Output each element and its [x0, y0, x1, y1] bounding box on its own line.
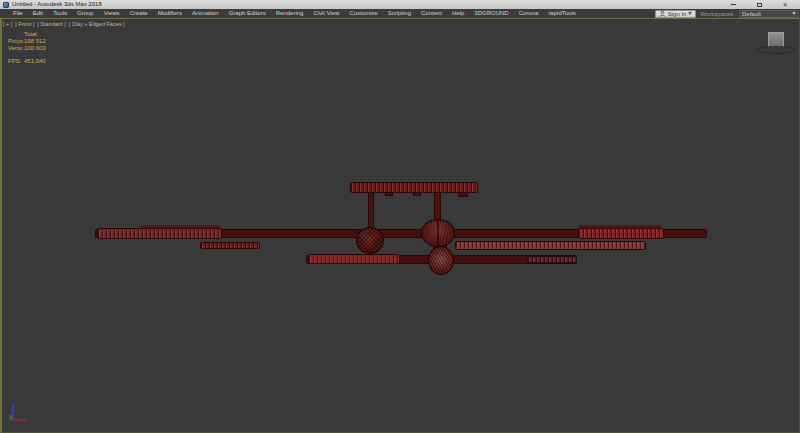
polys-label: Polys: — [8, 38, 24, 45]
fps-label: FPS: — [8, 58, 24, 65]
close-button[interactable]: ✕ — [778, 0, 792, 9]
menu-create[interactable]: Create — [125, 9, 153, 18]
menu-customize[interactable]: Customize — [344, 9, 382, 18]
viewport-label: [ + ] [ Front ] [ Standard ] [ Clay + Ed… — [3, 21, 125, 27]
menu-content[interactable]: Content — [416, 9, 447, 18]
menu-file[interactable]: File — [8, 9, 28, 18]
menu-tools[interactable]: Tools — [48, 9, 72, 18]
workspace-dropdown[interactable]: Default — [739, 10, 799, 18]
menu-views[interactable]: Views — [99, 9, 125, 18]
chevron-down-icon — [688, 12, 692, 15]
restore-icon — [757, 3, 762, 7]
menu-scripting[interactable]: Scripting — [383, 9, 416, 18]
sign-in-button[interactable]: Sign In — [655, 10, 697, 18]
model-top-wing-tab-2 — [413, 192, 421, 196]
viewport-menu-general[interactable]: [ + ] — [3, 21, 12, 27]
model-wing-rib-left — [97, 228, 222, 239]
model-strut-left — [368, 191, 374, 231]
model-top-wing-tab-1 — [385, 192, 393, 196]
stats-fps-row: FPS: 451,040 — [8, 58, 46, 65]
workspace-value: Default — [742, 10, 761, 18]
model-engine-center-lower — [428, 246, 454, 275]
model-top-wing-tab-3 — [458, 192, 468, 197]
fps-value: 451,040 — [24, 58, 46, 65]
model-strut-right — [434, 191, 441, 222]
stats-total-header: Total — [24, 31, 46, 38]
model-lower-wing-rib-left — [308, 254, 400, 264]
workspaces-label: Workspaces: — [700, 11, 735, 17]
3ds-max-app-icon — [3, 2, 9, 8]
user-icon — [659, 10, 666, 17]
stats-verts-row: Verts: 100 603 — [8, 45, 46, 52]
viewport-menu-shading[interactable]: [ Clay + Edged Faces ] — [69, 21, 125, 27]
statistics-overlay: Total Polys: 198 912 Verts: 100 603 FPS:… — [8, 31, 46, 65]
model-lower-wing-rib-right — [527, 256, 577, 263]
window-title: Untitled - Autodesk 3ds Max 2018 — [12, 0, 102, 9]
verts-label: Verts: — [8, 45, 24, 52]
restore-button[interactable] — [752, 0, 766, 9]
polys-value: 198 912 — [24, 38, 46, 45]
menu-rendering[interactable]: Rendering — [271, 9, 309, 18]
sign-in-label: Sign In — [668, 10, 687, 18]
model-engine-center-upper — [421, 219, 455, 247]
menu-edit[interactable]: Edit — [28, 9, 48, 18]
menu-rapidtools[interactable]: rapidTools — [543, 9, 580, 18]
model-engine-left — [356, 227, 384, 254]
menu-corona[interactable]: Corona — [514, 9, 544, 18]
chevron-down-icon — [792, 12, 796, 15]
model-mid-bar-left — [200, 242, 260, 249]
stats-polys-row: Polys: 198 912 — [8, 38, 46, 45]
viewport-menu-pov[interactable]: [ Front ] — [15, 21, 34, 27]
menu-civil-view[interactable]: Civil View — [308, 9, 344, 18]
menu-group[interactable]: Group — [72, 9, 99, 18]
close-icon: ✕ — [782, 2, 787, 8]
menu-3dground[interactable]: 3DGROUND — [469, 9, 513, 18]
title-bar: Untitled - Autodesk 3ds Max 2018 — [0, 0, 800, 9]
verts-value: 100 603 — [24, 45, 46, 52]
menu-graph-editors[interactable]: Graph Editors — [224, 9, 271, 18]
viewcube[interactable] — [768, 32, 784, 47]
menu-bar: File Edit Tools Group Views Create Modif… — [0, 9, 800, 18]
menu-modifiers[interactable]: Modifiers — [153, 9, 187, 18]
menu-help[interactable]: Help — [447, 9, 469, 18]
viewcube-compass-ring — [756, 46, 796, 54]
axis-x-icon — [12, 419, 26, 421]
model-mid-bar-right — [455, 241, 646, 250]
model-wing-rib-right — [578, 228, 664, 239]
viewport-menu-renderer[interactable]: [ Standard ] — [37, 21, 65, 27]
viewport-front[interactable]: [ + ] [ Front ] [ Standard ] [ Clay + Ed… — [0, 18, 800, 433]
axis-y-icon — [9, 415, 12, 420]
minimize-button[interactable] — [726, 0, 740, 9]
minimize-icon — [731, 4, 736, 5]
menu-animation[interactable]: Animation — [187, 9, 224, 18]
